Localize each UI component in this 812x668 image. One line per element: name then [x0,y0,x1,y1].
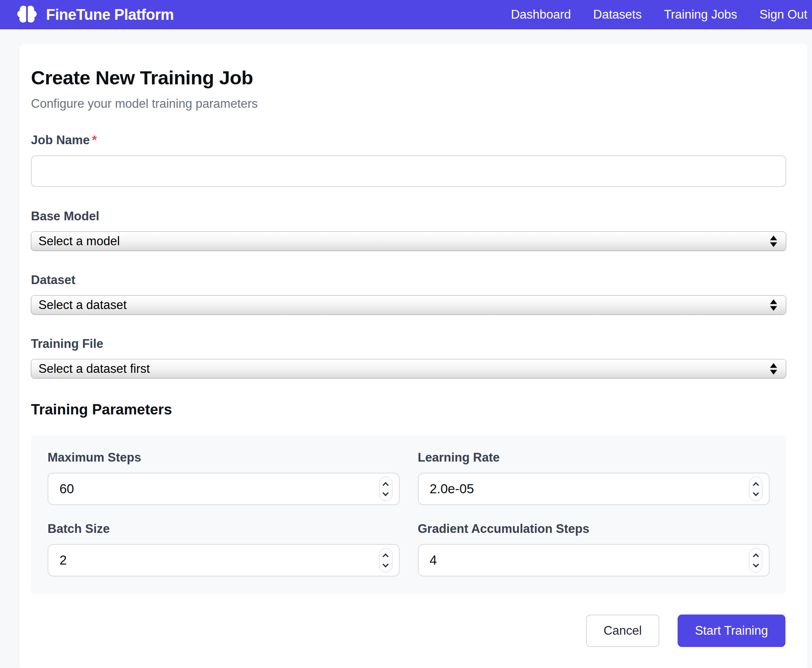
page-subtitle: Configure your model training parameters [31,97,786,111]
dataset-field: Dataset Select a dataset [31,273,786,315]
base-model-selected-value: Select a model [38,234,120,248]
learning-rate-input[interactable] [418,473,770,505]
top-navbar: FineTune Platform Dashboard Datasets Tra… [0,0,812,29]
cancel-button[interactable]: Cancel [586,615,659,647]
nav-links: Dashboard Datasets Training Jobs Sign Ou… [511,8,807,22]
number-stepper-icon[interactable] [379,477,393,501]
learning-rate-label: Learning Rate [418,450,770,465]
dataset-selected-value: Select a dataset [38,298,126,312]
nav-link-dashboard[interactable]: Dashboard [511,8,571,22]
nav-link-sign-out[interactable]: Sign Out [759,8,807,22]
page-title: Create New Training Job [31,67,786,89]
maximum-steps-label: Maximum Steps [48,450,400,465]
batch-size-field: Batch Size [48,522,400,576]
training-file-label: Training File [31,337,786,351]
nav-link-datasets[interactable]: Datasets [593,8,642,22]
batch-size-label: Batch Size [48,522,400,536]
number-stepper-icon[interactable] [749,548,762,573]
gradient-accumulation-steps-label: Gradient Accumulation Steps [418,522,770,536]
base-model-field: Base Model Select a model [31,209,786,251]
training-parameters-heading: Training Parameters [31,401,786,418]
job-name-field: Job Name* [31,133,786,187]
number-stepper-icon[interactable] [749,477,762,501]
batch-size-input[interactable] [48,544,400,576]
number-stepper-icon[interactable] [379,548,393,573]
nav-link-training-jobs[interactable]: Training Jobs [664,8,737,22]
create-training-job-card: Create New Training Job Configure your m… [19,44,808,668]
form-actions: Cancel Start Training [31,615,786,647]
job-name-label: Job Name* [31,133,786,147]
dataset-label: Dataset [31,273,786,287]
learning-rate-field: Learning Rate [418,450,770,505]
brand[interactable]: FineTune Platform [16,4,174,26]
maximum-steps-field: Maximum Steps [48,450,400,505]
gradient-accumulation-steps-field: Gradient Accumulation Steps [418,522,770,576]
training-file-field: Training File Select a dataset first [31,337,786,378]
required-asterisk: * [92,133,97,147]
gradient-accumulation-steps-input[interactable] [418,544,770,576]
brain-logo-icon [16,4,38,26]
select-arrows-icon [770,299,777,311]
select-arrows-icon [770,363,777,374]
brand-title: FineTune Platform [46,6,174,23]
training-parameters-panel: Maximum Steps Learning Rate Batch Size [31,435,786,594]
start-training-button[interactable]: Start Training [678,615,785,647]
maximum-steps-input[interactable] [48,473,400,505]
training-file-selected-value: Select a dataset first [38,362,150,376]
select-arrows-icon [770,235,777,247]
job-name-input[interactable] [31,155,786,187]
base-model-select[interactable]: Select a model [31,231,786,251]
base-model-label: Base Model [31,209,786,223]
dataset-select[interactable]: Select a dataset [31,295,786,315]
training-file-select[interactable]: Select a dataset first [31,359,786,378]
